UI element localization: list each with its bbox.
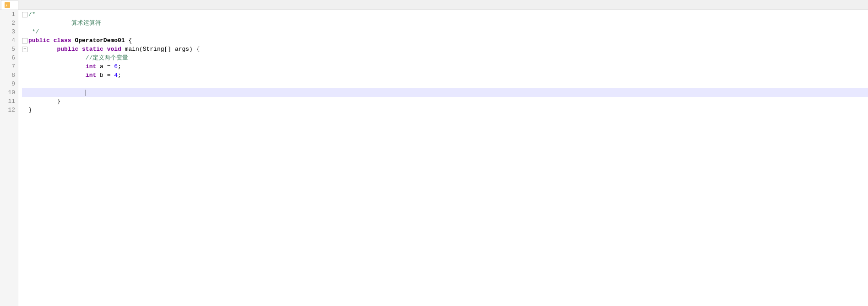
- tab-operatordemo01[interactable]: J: [1, 0, 18, 10]
- code-line: //定义两个变量: [22, 54, 868, 62]
- code-token: OperatorDemo01: [75, 36, 125, 45]
- code-token: main(String[] args) {: [121, 45, 200, 54]
- java-file-icon: J: [4, 2, 11, 8]
- line-number: 10: [0, 88, 15, 97]
- code-line: int b = 4;: [22, 71, 868, 80]
- code-token: public: [57, 45, 78, 54]
- line-number: 3: [0, 27, 15, 36]
- code-line: int a = 6;: [22, 62, 868, 71]
- code-token: {: [125, 36, 132, 45]
- code-token: */: [28, 27, 39, 36]
- code-line: */: [22, 27, 868, 36]
- line-number: 1: [0, 10, 15, 19]
- fold-icon[interactable]: −: [22, 38, 27, 43]
- code-token: }: [28, 97, 60, 106]
- code-token: 算术运算符: [28, 19, 101, 27]
- code-token: [71, 36, 75, 45]
- code-token: }: [28, 106, 32, 114]
- line-number: 5: [0, 45, 15, 54]
- code-token: int: [86, 62, 96, 71]
- line-number: 9: [0, 80, 15, 88]
- code-line: }: [22, 97, 868, 106]
- code-token: class: [54, 36, 71, 45]
- fold-icon[interactable]: −: [22, 12, 27, 17]
- code-token: public: [28, 36, 50, 45]
- code-token: static: [82, 45, 103, 54]
- code-token: /*: [28, 10, 36, 19]
- code-token: ;: [118, 62, 121, 71]
- code-line: −public class OperatorDemo01 {: [22, 36, 868, 45]
- code-line: [22, 80, 868, 88]
- code-token: [50, 36, 54, 45]
- code-token: ;: [118, 71, 121, 80]
- line-number: 8: [0, 71, 15, 80]
- code-line: }: [22, 106, 868, 114]
- code-token: [103, 45, 107, 54]
- code-line: −/*: [22, 10, 868, 19]
- code-line: 算术运算符: [22, 19, 868, 27]
- svg-text:J: J: [5, 4, 7, 7]
- code-token: //定义两个变量: [86, 54, 129, 62]
- line-number: 4: [0, 36, 15, 45]
- code-line: [22, 88, 868, 97]
- editor-area: 123456789101112 −/* 算术运算符 */−public clas…: [0, 10, 868, 306]
- code-token: 4: [114, 71, 118, 80]
- line-number: 7: [0, 62, 15, 71]
- line-numbers: 123456789101112: [0, 10, 18, 306]
- line-number: 11: [0, 97, 15, 106]
- code-token: int: [86, 71, 96, 80]
- code-line: − public static void main(String[] args)…: [22, 45, 868, 54]
- code-content[interactable]: −/* 算术运算符 */−public class OperatorDemo01…: [18, 10, 868, 306]
- line-number: 2: [0, 19, 15, 27]
- text-cursor: [86, 90, 86, 96]
- line-number: 6: [0, 54, 15, 62]
- line-number: 12: [0, 106, 15, 114]
- fold-icon[interactable]: −: [22, 47, 27, 52]
- code-token: [28, 62, 86, 71]
- code-token: 6: [114, 62, 118, 71]
- code-token: [28, 88, 86, 97]
- code-token: [28, 54, 86, 62]
- code-token: void: [107, 45, 121, 54]
- code-token: a =: [96, 62, 114, 71]
- code-token: b =: [96, 71, 114, 80]
- tab-bar: J: [0, 0, 868, 10]
- code-token: [28, 71, 86, 80]
- code-token: [28, 45, 57, 54]
- code-token: [78, 45, 82, 54]
